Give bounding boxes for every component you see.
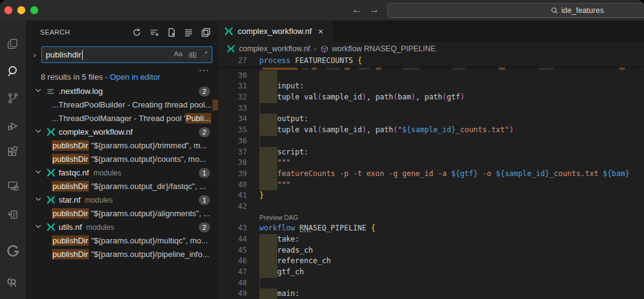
refresh-icon[interactable] [130,26,143,38]
match-highlight: publishDir [52,208,89,219]
toggle-replace-chevron[interactable]: › [33,50,36,59]
code-line-45[interactable]: 45 reads_ch [218,245,644,256]
open-in-editor-link[interactable]: Open in editor [110,72,161,82]
activity-bar [0,20,26,299]
chevron-down-icon[interactable] [35,221,44,234]
line-number: 44 [218,234,247,245]
nextflow-file-icon [46,127,56,137]
remote-explorer-icon[interactable] [6,179,20,193]
search-input[interactable]: publishdir Aa ab .* [41,46,212,63]
view-as-tree-icon[interactable] [182,26,194,38]
search-result-match[interactable]: publishDir "${params.output}/counts", mo… [26,153,218,166]
chevron-down-icon[interactable] [35,166,44,180]
command-center-search[interactable]: ide_features [387,3,644,18]
navigate-back-button[interactable]: ← [349,2,364,17]
file-path: modules [86,223,114,232]
line-number: 34 [218,114,247,125]
search-result-file[interactable]: complex_workflow.nf2 [26,125,218,139]
search-results-tree: .nextflow.log2...ThreadPoolBuilder - Cre… [26,85,218,261]
code-line-36[interactable]: 36 [218,136,644,147]
new-search-editor-icon[interactable] [165,26,177,38]
code-area[interactable]: 27process FEATURECOUNTS { 30 31 input:32… [218,56,644,299]
line-number: 40 [218,180,247,191]
r-language-icon[interactable] [6,275,20,290]
chevron-down-icon[interactable] [35,125,44,139]
code-line-43[interactable]: 43workflow RNASEQ_PIPELINE { [218,223,644,234]
code-line-47[interactable]: 47 gtf_ch [218,267,644,278]
snippets-icon[interactable] [6,207,20,222]
search-query-text: publishdir [46,50,82,59]
code-line-32[interactable]: 32 tuple val(sample_id), path(bam), path… [218,92,644,103]
navigate-forward-button[interactable]: → [367,2,382,17]
file-path: modules [85,196,112,204]
titlebar: ← → ide_features [0,0,644,20]
run-debug-icon[interactable] [6,118,20,133]
search-result-file[interactable]: star.nfmodules1 [26,193,218,207]
search-view-icon[interactable] [6,64,20,78]
codelens-preview-dag[interactable]: Preview DAG [218,213,644,224]
line-number: 45 [218,245,247,256]
breadcrumb-file[interactable]: complex_workflow.nf [239,44,310,53]
whole-word-toggle[interactable]: ab [188,49,198,58]
code-line-40[interactable]: 40 """ [218,180,644,191]
chevron-down-icon[interactable] [35,193,44,207]
code-line-41[interactable]: 41} [218,190,644,201]
code-line-34[interactable]: 34 output: [218,114,644,125]
search-result-match[interactable]: publishDir "${params.output_dir}/fastqc"… [26,180,218,193]
code-line-48[interactable]: 48 [218,278,644,289]
nextflow-file-icon [46,168,56,178]
search-result-match[interactable]: publishDir "${params.output}/multiqc", m… [26,234,218,248]
search-result-file[interactable]: fastqc.nfmodules1 [26,166,218,180]
match-highlight: publishDir [52,235,89,246]
code-line-31[interactable]: 31 input: [218,81,644,92]
summary-separator: - [102,72,110,82]
explorer-icon[interactable] [6,36,20,51]
editor-group: complex_workflow.nf × complex_workflow.n… [218,20,644,299]
match-highlight [212,99,218,111]
close-window-button[interactable] [4,6,12,14]
nextflow-file-icon [46,195,56,205]
maximize-window-button[interactable] [30,6,38,14]
code-line-30[interactable]: 30 [218,70,644,82]
breadcrumb-symbol[interactable]: workflow RNASEQ_PIPELINE [332,44,436,53]
tab-complex-workflow[interactable]: complex_workflow.nf × [218,20,333,42]
file-name: fastqc.nfmodules [59,166,122,180]
match-case-toggle[interactable]: Aa [172,49,183,58]
search-result-match[interactable]: publishDir "${params.output}/alignments"… [26,207,218,221]
minimize-window-button[interactable] [17,6,25,14]
match-count-badge: 2 [199,222,210,232]
text-caret [82,50,83,60]
code-line-44[interactable]: 44 take: [218,234,644,245]
match-count-badge: 2 [199,127,210,137]
search-result-file[interactable]: utils.nfmodules2 [26,221,218,234]
results-summary: 8 results in 5 files - Open in editor [41,72,161,82]
search-result-match[interactable]: ...ThreadPoolBuilder - Creating thread p… [26,98,218,112]
code-line-33[interactable]: 33 [218,103,644,114]
search-result-match[interactable]: ...ThreadPoolManager - Thread pool 'Publ… [26,112,218,125]
line-number: 41 [218,190,247,201]
search-result-file[interactable]: .nextflow.log2 [26,85,218,98]
code-line-35[interactable]: 35 tuple val(sample_id), path("${sample_… [218,125,644,136]
partially-scrolled-line [218,67,644,70]
chevron-down-icon[interactable] [35,85,44,98]
code-line-38[interactable]: 38 """ [218,158,644,169]
extensions-icon[interactable] [6,145,20,160]
gitlens-icon[interactable] [6,244,20,259]
clear-results-icon[interactable] [148,26,160,38]
regex-toggle[interactable]: .* [201,49,209,58]
search-panel-header: SEARCH [26,20,218,42]
code-line-49[interactable]: 49 main: [218,288,644,299]
tab-close-icon[interactable]: × [318,26,324,36]
code-line-42[interactable]: 42 [218,201,644,213]
code-line-39[interactable]: 39 featureCounts -p -t exon -g gene_id -… [218,169,644,180]
match-count-badge: 2 [199,86,210,96]
toggle-search-details-icon[interactable]: ··· [199,65,209,75]
line-number: 33 [218,103,247,114]
code-line-46[interactable]: 46 reference_ch [218,256,644,267]
search-result-match[interactable]: publishDir "${params.output}/pipeline_in… [26,248,218,261]
collapse-all-icon[interactable] [199,26,212,38]
source-control-icon[interactable] [6,91,20,106]
code-line-37[interactable]: 37 script: [218,147,644,158]
sticky-scroll-line[interactable]: 27process FEATURECOUNTS { [218,56,644,67]
search-result-match[interactable]: publishDir "${params.output}/trimmed", m… [26,139,218,153]
